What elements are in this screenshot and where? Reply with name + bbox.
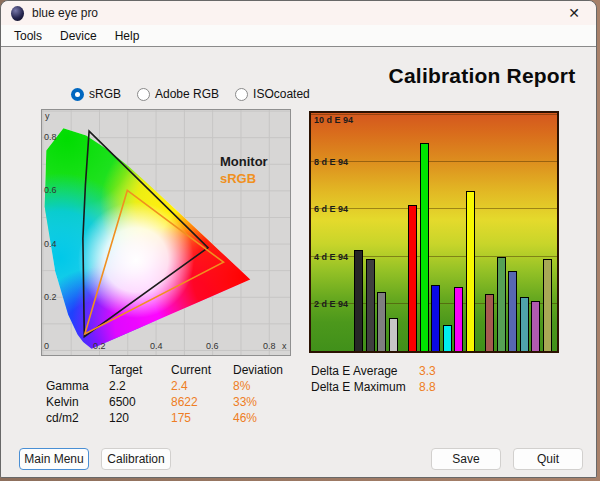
ytick-label: 8 d E 94	[314, 157, 348, 167]
delta-e-maximum-row: Delta E Maximum 8.8	[311, 380, 436, 396]
bar-blue-muted	[508, 271, 517, 351]
menu-tools[interactable]: Tools	[5, 27, 51, 45]
app-window: blue eye pro ✕ ToolsDeviceHelp sRGBAdobe…	[0, 0, 597, 478]
profile-radio-group: sRGBAdobe RGBISOcoated	[71, 87, 310, 101]
cell-target: 120	[109, 411, 171, 427]
cell-deviation: 8%	[233, 379, 303, 395]
cell-deviation: 46%	[233, 411, 303, 427]
delta-e-bar-chart: 2 d E 944 d E 946 d E 948 d E 9410 d E 9…	[309, 111, 559, 353]
bar-magenta-muted	[531, 301, 540, 351]
cie-ytick: 0.6	[44, 185, 57, 195]
table-header-deviation: Deviation	[233, 363, 303, 379]
cie-xtick: 0.6	[206, 341, 219, 351]
table-header-target: Target	[109, 363, 171, 379]
cell-current: 175	[171, 411, 233, 427]
cell-target: 6500	[109, 395, 171, 411]
row-label-kelvin: Kelvin	[46, 395, 109, 411]
cie-ytick: 0.4	[44, 239, 57, 249]
bar-green-muted	[497, 257, 506, 351]
ytick-label: 2 d E 94	[314, 299, 348, 309]
legend-monitor: Monitor	[220, 154, 268, 169]
quit-button[interactable]: Quit	[513, 448, 583, 470]
cie-xtick: 0.8	[263, 341, 276, 351]
cell-current: 2.4	[171, 379, 233, 395]
bar-yellow	[466, 191, 475, 352]
row-label-gamma: Gamma	[46, 379, 109, 395]
results-table: TargetCurrentDeviationGamma2.22.48%Kelvi…	[46, 363, 303, 427]
bar-gray-light	[389, 318, 398, 351]
menubar: ToolsDeviceHelp	[1, 25, 596, 47]
ytick-label: 6 d E 94	[314, 204, 348, 214]
radio-icon	[137, 88, 150, 101]
radio-adobe-rgb[interactable]: Adobe RGB	[137, 87, 219, 101]
bar-yellow-muted	[543, 259, 552, 351]
page-title: Calibration Report	[357, 64, 597, 88]
desktop: blue eye pro ✕ ToolsDeviceHelp sRGBAdobe…	[0, 0, 600, 481]
radio-label: ISOcoated	[253, 87, 310, 101]
cie-xtick: 0.2	[93, 341, 106, 351]
main-menu-button[interactable]: Main Menu	[19, 448, 89, 470]
legend-srgb: sRGB	[220, 171, 256, 186]
radio-srgb[interactable]: sRGB	[71, 87, 121, 101]
cie-ytick: 0.2	[44, 292, 57, 302]
delta-e-average-value: 3.3	[419, 364, 436, 378]
menu-help[interactable]: Help	[106, 27, 149, 45]
delta-e-summary: Delta E Average 3.3 Delta E Maximum 8.8	[311, 364, 436, 396]
bar-red	[408, 205, 417, 351]
cie-xlabel: x	[282, 341, 287, 351]
bar-magenta	[454, 287, 463, 351]
cie-ytick: 0.8	[44, 132, 57, 142]
bar-red-muted	[485, 294, 494, 351]
table-header-current: Current	[171, 363, 233, 379]
titlebar: blue eye pro ✕	[1, 1, 596, 25]
cell-current: 8622	[171, 395, 233, 411]
bar-cyan-muted	[520, 297, 529, 351]
ytick-label: 4 d E 94	[314, 252, 348, 262]
cie-ylabel: y	[45, 111, 50, 121]
table-corner	[46, 363, 109, 379]
menu-device[interactable]: Device	[51, 27, 106, 45]
cell-deviation: 33%	[233, 395, 303, 411]
app-eye-icon	[11, 6, 24, 21]
cie-origin-label: 0	[44, 341, 49, 351]
calibration-button[interactable]: Calibration	[101, 448, 171, 470]
delta-e-maximum-value: 8.8	[419, 380, 436, 394]
cie-chromaticity-diagram: Monitor sRGB 0.20.40.60.80.20.40.60.80yx	[41, 109, 291, 356]
ytick-label: 10 d E 94	[314, 115, 353, 125]
content-area: sRGBAdobe RGBISOcoated Calibration Repor…	[1, 47, 596, 477]
row-label-cd-m2: cd/m2	[46, 411, 109, 427]
radio-label: Adobe RGB	[155, 87, 219, 101]
bar-gray-dark-1	[354, 250, 363, 352]
bar-gray-mid	[377, 292, 386, 351]
window-title: blue eye pro	[32, 6, 98, 20]
radio-icon	[235, 88, 248, 101]
radio-label: sRGB	[89, 87, 121, 101]
delta-e-average-row: Delta E Average 3.3	[311, 364, 436, 380]
bar-gray-dark-2	[366, 259, 375, 351]
delta-e-average-label: Delta E Average	[311, 364, 419, 378]
cie-gamut-svg	[42, 110, 290, 355]
cie-xtick: 0.4	[150, 341, 163, 351]
bar-blue	[431, 285, 440, 351]
close-icon[interactable]: ✕	[558, 1, 590, 25]
radio-isocoated[interactable]: ISOcoated	[235, 87, 310, 101]
radio-icon	[71, 88, 84, 101]
bar-green	[420, 143, 429, 351]
delta-e-maximum-label: Delta E Maximum	[311, 380, 419, 394]
bar-cyan	[443, 325, 452, 351]
cell-target: 2.2	[109, 379, 171, 395]
save-button[interactable]: Save	[431, 448, 501, 470]
